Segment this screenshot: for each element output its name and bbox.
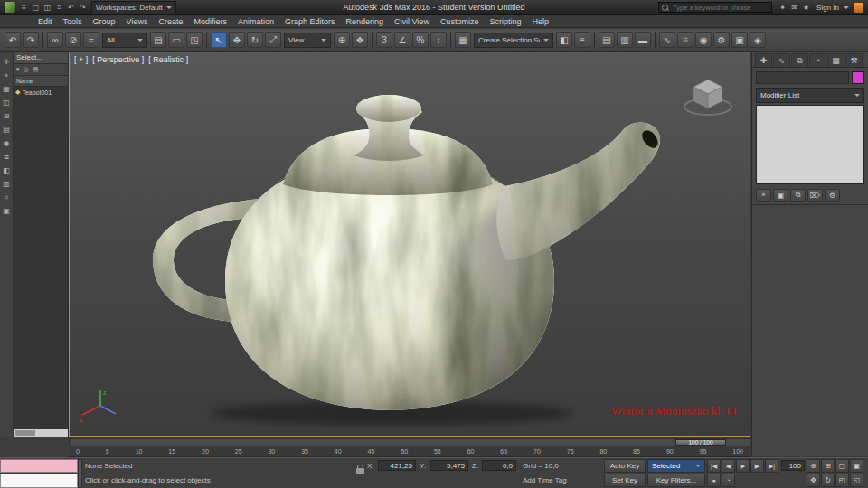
perspective-viewport[interactable]: [ + ] [ Perspective ] [ Realistic ] [69, 52, 750, 437]
time-configuration-button[interactable]: ◔ [722, 474, 735, 487]
play-button[interactable]: ▶ [736, 459, 750, 473]
tab-utilities[interactable]: ⚒ [845, 53, 863, 67]
scene-explorer-column-header[interactable]: Name [14, 76, 68, 87]
reference-coordinate-dropdown[interactable]: View [284, 33, 331, 48]
use-pivot-point-center-icon[interactable]: ⊕ [334, 32, 350, 48]
auto-key-button[interactable]: Auto Key [604, 459, 646, 473]
left-toolbar-icon[interactable]: ▦ [3, 82, 10, 96]
menu-item[interactable]: Modifiers [188, 15, 232, 28]
tab-display[interactable]: ▦ [827, 53, 844, 67]
pan-icon[interactable]: ✥ [807, 474, 820, 487]
edit-named-selection-sets-icon[interactable]: ▦ [455, 32, 471, 48]
mirror-icon[interactable]: ◧ [556, 32, 572, 48]
undo-icon[interactable]: ↶ [5, 32, 21, 48]
app-logo-icon[interactable] [5, 2, 15, 13]
exchange-store-icon[interactable]: ✦ [777, 2, 788, 14]
angle-snap-toggle-icon[interactable]: ∠ [394, 32, 410, 48]
redo-qat-icon[interactable]: ↷ [77, 2, 89, 14]
object-name-field[interactable] [756, 71, 849, 84]
configure-modifier-sets-button[interactable]: ⚙ [825, 189, 840, 202]
scene-object-row[interactable]: ◆ Teapot001 [14, 87, 68, 98]
align-icon[interactable]: ≡ [574, 32, 590, 48]
window-crossing-icon[interactable]: ◳ [186, 32, 203, 48]
select-and-move-icon[interactable]: ✥ [229, 32, 245, 48]
communication-center-icon[interactable]: ✉ [788, 2, 800, 14]
next-frame-button[interactable]: ▶ [750, 459, 764, 473]
modifier-list-dropdown[interactable]: Modifier List [756, 88, 864, 103]
left-toolbar-icon[interactable]: ⌖ [5, 69, 9, 82]
select-by-name-icon[interactable]: ▤ [150, 32, 166, 48]
menu-item[interactable]: Customize [435, 15, 485, 28]
left-toolbar-icon[interactable]: ≣ [4, 150, 10, 164]
toggle-ribbon-icon[interactable]: ▬ [635, 32, 651, 48]
viewport-pov-menu[interactable]: [ Perspective ] [92, 55, 144, 64]
left-toolbar-icon[interactable]: ◫ [3, 96, 10, 109]
remove-modifier-button[interactable]: ⌦ [807, 189, 823, 202]
schematic-view-icon[interactable]: ⌗ [677, 32, 693, 48]
time-slider-handle[interactable]: 100 / 100 [675, 439, 726, 446]
viewport-shading-menu[interactable]: [ Realistic ] [148, 55, 188, 64]
toggle-scene-explorer-icon[interactable]: ▤ [599, 32, 615, 48]
select-and-rotate-icon[interactable]: ↻ [247, 32, 263, 48]
left-toolbar-icon[interactable]: ✛ [4, 55, 10, 69]
explorer-search-icon[interactable]: ◎ [24, 66, 29, 73]
x-coordinate-field[interactable]: 421,25 [378, 460, 416, 471]
menu-item[interactable]: Civil View [389, 15, 435, 28]
left-toolbar-icon[interactable]: ◧ [3, 164, 10, 177]
menu-item[interactable]: Graph Editors [279, 15, 341, 28]
named-selection-sets-dropdown[interactable]: Create Selection Se [474, 33, 553, 48]
app-menu-icon[interactable]: ≡ [18, 2, 30, 14]
new-scene-icon[interactable]: ▢ [30, 2, 42, 14]
orbit-icon[interactable]: ↻ [821, 474, 835, 487]
bind-to-space-warp-icon[interactable]: ≈ [83, 32, 99, 48]
menu-item[interactable]: Views [121, 15, 154, 28]
left-toolbar-icon[interactable]: ▤ [3, 123, 10, 136]
select-and-manipulate-icon[interactable]: ❖ [352, 32, 368, 48]
scrollbar-thumb[interactable] [15, 430, 35, 436]
scene-explorer-title[interactable]: Select... [14, 52, 68, 64]
viewcube[interactable] [679, 67, 737, 121]
menu-item[interactable]: Create [153, 15, 188, 28]
z-coordinate-field[interactable]: 0,0 [482, 460, 516, 471]
workspaces-dropdown[interactable]: Workspaces: Default [91, 1, 176, 14]
go-to-start-button[interactable]: |◀ [707, 459, 721, 473]
save-file-icon[interactable]: ⌑ [53, 2, 65, 14]
rectangular-selection-region-icon[interactable]: ▭ [168, 32, 184, 48]
left-toolbar-icon[interactable]: ▣ [3, 204, 10, 218]
tab-hierarchy[interactable]: ⧉ [791, 53, 808, 67]
redo-icon[interactable]: ↷ [23, 32, 39, 48]
go-to-end-button[interactable]: ▶| [765, 459, 778, 473]
explorer-display-icon[interactable]: ▤ [33, 66, 39, 73]
add-time-tag[interactable]: Add Time Tag [523, 476, 567, 484]
render-production-icon[interactable]: ◈ [750, 32, 766, 48]
tab-modify[interactable]: ∿ [773, 53, 790, 67]
macro-recorder-line[interactable] [0, 459, 78, 473]
key-mode-dropdown[interactable]: Selected [647, 459, 705, 473]
transform-lock-icon[interactable] [356, 468, 364, 474]
modifier-stack-list[interactable] [756, 105, 864, 184]
curve-editor-icon[interactable]: ∿ [659, 32, 675, 48]
show-end-result-button[interactable]: ▣ [773, 189, 788, 202]
time-slider-track[interactable]: 100 / 100 [69, 438, 750, 446]
zoom-extents-icon[interactable]: ▢ [835, 459, 849, 473]
rendered-frame-window-icon[interactable]: ▣ [731, 32, 748, 48]
tab-create[interactable]: ✚ [755, 53, 772, 67]
left-toolbar-icon[interactable]: ◉ [4, 136, 10, 150]
menu-item[interactable]: Edit [33, 15, 58, 28]
listener-grip[interactable] [78, 459, 82, 488]
teapot-object[interactable] [70, 52, 750, 436]
maximize-viewport-icon[interactable]: ◰ [835, 474, 849, 487]
set-key-button[interactable]: Set Key [604, 474, 646, 487]
left-toolbar-icon[interactable]: ⌗ [5, 191, 9, 204]
undo-qat-icon[interactable]: ↶ [65, 2, 77, 14]
field-of-view-icon[interactable]: ◱ [850, 474, 863, 487]
key-filters-button[interactable]: Key Filters... [647, 474, 705, 487]
snap-toggle-3d-icon[interactable]: 3 [376, 32, 392, 48]
open-file-icon[interactable]: ◫ [42, 2, 53, 14]
track-bar[interactable]: 0510152025303540455055606570758085909510… [69, 446, 750, 457]
zoom-extents-all-icon[interactable]: ▣ [850, 459, 863, 473]
select-and-scale-icon[interactable]: ⤢ [265, 32, 281, 48]
previous-frame-button[interactable]: ◀ [722, 459, 735, 473]
render-setup-icon[interactable]: ⚙ [713, 32, 730, 48]
explorer-filter-icon[interactable]: ▾ [16, 66, 20, 73]
